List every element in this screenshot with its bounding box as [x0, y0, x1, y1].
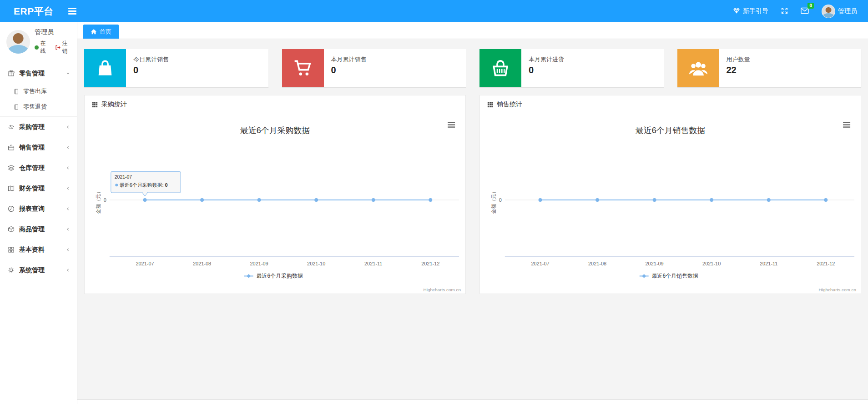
svg-text:最近6个月采购数据: 最近6个月采购数据 [257, 273, 303, 279]
retail-submenu: 零售出库 零售退货 [0, 84, 77, 117]
online-status-label: 在线 [40, 40, 51, 55]
avatar [822, 5, 835, 18]
legend-item[interactable]: 最近6个月销售数据 [640, 273, 698, 279]
username: 管理员 [838, 7, 857, 15]
sidebar-item-purchase[interactable]: 采购管理 [0, 117, 77, 137]
panel-purchase-stats: 采购统计 最近6个月采购数据金额（元）02021-072021-082021-0… [84, 95, 466, 294]
guide-button[interactable]: 新手引导 [733, 7, 768, 15]
x-axis-tick: 2021-10 [307, 261, 325, 266]
tab-home[interactable]: 首页 [83, 25, 119, 39]
chart-title: 最近6个月采购数据 [240, 126, 310, 135]
grid-icon [7, 246, 15, 253]
stat-value: 0 [331, 65, 367, 75]
sidebar-toggle-icon[interactable] [68, 8, 76, 15]
footer [77, 399, 868, 404]
y-axis-title: 金额（元） [491, 189, 496, 214]
breadcrumb: 首页 [77, 22, 868, 39]
data-point[interactable] [824, 198, 828, 202]
panel-sales-stats: 销售统计 最近6个月销售数据金额（元）02021-072021-082021-0… [479, 95, 861, 294]
data-point[interactable] [429, 198, 432, 202]
chart-context-menu-icon[interactable] [841, 120, 853, 131]
x-axis-tick: 2021-08 [193, 261, 211, 266]
x-axis-tick: 2021-07 [136, 261, 154, 266]
sidebar-item-sales[interactable]: 销售管理 [0, 137, 77, 158]
cube-icon [7, 226, 15, 233]
chart-credit[interactable]: Highcharts.com.cn [819, 287, 856, 292]
data-point[interactable] [143, 198, 147, 202]
chevron-left-icon [66, 247, 71, 252]
chevron-left-icon [66, 165, 71, 170]
chevron-left-icon [66, 206, 71, 211]
y-axis-tick: 0 [499, 197, 502, 203]
stat-value: 0 [133, 65, 169, 75]
user-panel: 管理员 在线 注销 [0, 22, 77, 60]
gear-icon [7, 267, 15, 274]
sidebar-item-retail-return[interactable]: 零售退货 [0, 99, 77, 115]
sidebar-item-warehouse[interactable]: 仓库管理 [0, 158, 77, 178]
x-axis-tick: 2021-12 [421, 261, 439, 266]
purchase-chart: 最近6个月采购数据金额（元）02021-072021-082021-092021… [85, 114, 465, 294]
stat-card-user-count[interactable]: 用户数量 22 [677, 49, 862, 87]
layers-icon [7, 165, 15, 171]
messages-button[interactable]: 0 [801, 7, 809, 15]
chart-tooltip: 2021-07最近6个月采购数据: 0 [111, 171, 181, 196]
user-menu[interactable]: 管理员 [822, 5, 857, 18]
logout-link[interactable]: 注销 [55, 40, 72, 55]
svg-text:最近6个月采购数据: 0: 最近6个月采购数据: 0 [120, 182, 168, 188]
data-point[interactable] [314, 198, 318, 202]
data-point[interactable] [710, 198, 713, 202]
chevron-left-icon [66, 186, 71, 191]
line-chart-svg: 最近6个月采购数据金额（元）02021-072021-082021-092021… [85, 114, 465, 294]
chart-title: 最近6个月销售数据 [636, 126, 705, 135]
fullscreen-button[interactable] [781, 7, 788, 15]
gift-icon [7, 70, 15, 77]
sidebar-item-basic-data[interactable]: 基本资料 [0, 239, 77, 260]
x-axis-tick: 2021-09 [646, 261, 664, 266]
sidebar-item-retail-outbound[interactable]: 零售出库 [0, 84, 77, 99]
x-axis-tick: 2021-11 [364, 261, 382, 266]
data-point[interactable] [767, 198, 771, 202]
chevron-left-icon [66, 145, 71, 150]
fullscreen-icon [781, 7, 788, 15]
x-axis-tick: 2021-07 [531, 261, 549, 266]
home-icon [91, 29, 97, 35]
sidebar-item-finance[interactable]: 财务管理 [0, 178, 77, 199]
repeat-icon [7, 124, 15, 130]
sidebar-username: 管理员 [35, 28, 72, 36]
data-point[interactable] [200, 198, 204, 202]
stat-value: 0 [529, 65, 564, 75]
chevron-left-icon [66, 125, 71, 130]
pie-chart-icon [7, 205, 15, 212]
stat-card-month-purchase[interactable]: 本月累计进货 0 [479, 49, 664, 87]
stat-card-month-sales[interactable]: 本月累计销售 0 [282, 49, 466, 87]
data-point[interactable] [257, 198, 261, 202]
x-axis-tick: 2021-10 [702, 261, 721, 266]
chevron-left-icon [66, 227, 71, 232]
line-chart-svg: 最近6个月销售数据金额（元）02021-072021-082021-092021… [480, 114, 861, 294]
cart-icon [282, 49, 324, 87]
sidebar-item-system[interactable]: 系统管理 [0, 260, 77, 280]
sidebar-item-reports[interactable]: 报表查询 [0, 199, 77, 219]
stat-value: 22 [727, 65, 750, 75]
chart-credit[interactable]: Highcharts.com.cn [424, 287, 461, 292]
legend-item[interactable]: 最近6个月采购数据 [244, 273, 303, 279]
data-point[interactable] [653, 198, 656, 202]
sidebar-item-retail[interactable]: 零售管理 [0, 63, 77, 84]
mail-badge: 0 [807, 3, 814, 9]
data-point[interactable] [595, 198, 599, 202]
y-axis-tick: 0 [104, 197, 106, 203]
stat-card-today-sales[interactable]: 今日累计销售 0 [84, 49, 268, 87]
gem-icon [733, 7, 740, 15]
chevron-left-icon [66, 268, 71, 273]
briefcase-icon [7, 144, 15, 151]
sidebar-item-products[interactable]: 商品管理 [0, 219, 77, 239]
app-brand: ERP平台 [0, 5, 54, 18]
chart-context-menu-icon[interactable] [445, 120, 457, 131]
panel-title: 销售统计 [497, 100, 522, 109]
basket-icon [479, 49, 521, 87]
chevron-down-icon [66, 71, 71, 76]
data-point[interactable] [539, 198, 542, 202]
data-point[interactable] [372, 198, 375, 202]
th-grid-icon [487, 102, 493, 108]
th-grid-icon [92, 102, 98, 108]
